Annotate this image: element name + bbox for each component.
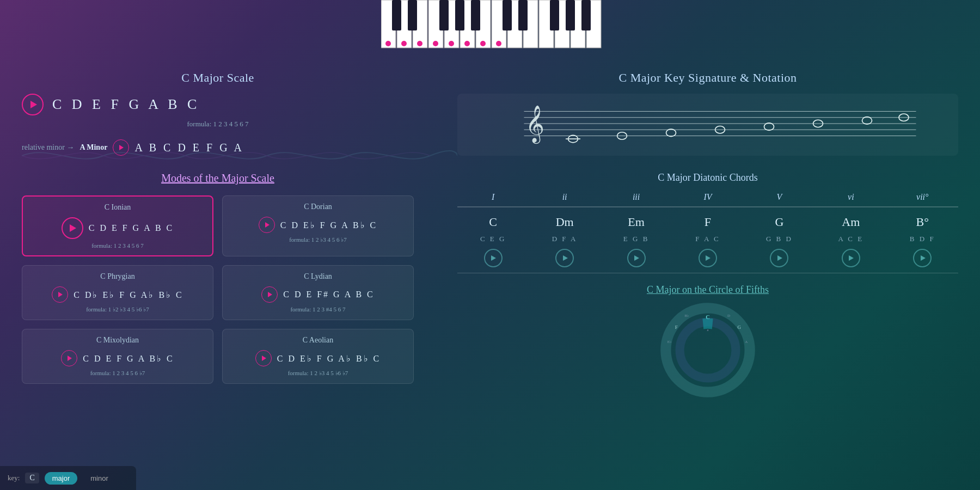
chord-numeral-0: I <box>471 192 515 202</box>
mode-formula-5: formula: 1 2 ♭3 4 5 ♭6 ♭7 <box>231 370 405 377</box>
mode-formula-1: formula: 1 2 ♭3 4 5 6 ♭7 <box>231 236 405 243</box>
mode-name-5: C Aeolian <box>231 336 405 345</box>
mode-play-btn-3[interactable] <box>261 286 278 303</box>
svg-rect-19 <box>503 0 512 30</box>
key-value-display: C <box>25 473 39 483</box>
chord-play-btn-3[interactable] <box>699 249 717 267</box>
svg-rect-21 <box>550 0 559 30</box>
mode-notes-4: C D E F G A B♭ C <box>83 353 174 364</box>
svg-point-30 <box>480 41 486 46</box>
svg-rect-20 <box>518 0 528 30</box>
chord-notes-1: D F A <box>543 235 586 243</box>
svg-text:F: F <box>675 324 678 330</box>
svg-rect-14 <box>392 0 401 30</box>
chord-play-btn-5[interactable] <box>842 249 860 267</box>
staff-svg: 𝄞 <box>468 99 947 148</box>
chord-name-row: CDmEmFGAmB° <box>457 210 958 235</box>
chord-notes-5: A C E <box>829 235 873 243</box>
mode-name-1: C Dorian <box>231 203 405 211</box>
scale-section: C Major Scale C D E F G A B C formula: 1… <box>22 71 414 128</box>
chord-numeral-row: IiiiiiIVVvivii° <box>457 192 958 207</box>
chord-play-btn-2[interactable] <box>627 249 646 267</box>
modes-title: Modes of the Major Scale <box>22 172 414 185</box>
svg-text:A: A <box>745 340 748 344</box>
scale-display: C D E F G A B C <box>22 94 414 115</box>
chord-btn-col-1 <box>543 249 586 267</box>
modes-grid: C Ionian C D E F G A B C formula: 1 2 3 … <box>22 195 414 384</box>
mode-card-2[interactable]: C Phrygian C D♭ E♭ F G A♭ B♭ C formula: … <box>22 265 213 320</box>
mode-formula-2: formula: 1 ♭2 ♭3 4 5 ♭6 ♭7 <box>31 306 204 313</box>
svg-text:E♭: E♭ <box>667 340 671 344</box>
chord-name-6: B° <box>901 215 944 229</box>
piano-svg <box>381 0 610 54</box>
chord-play-btn-0[interactable] <box>484 249 503 267</box>
svg-text:D: D <box>727 314 730 318</box>
mode-notes-5: C D E♭ F G A♭ B♭ C <box>277 353 381 364</box>
chord-buttons-row <box>457 249 958 273</box>
mode-card-1[interactable]: C Dorian C D E♭ F G A B♭ C formula: 1 2 … <box>222 195 414 256</box>
mode-name-4: C Mixolydian <box>31 336 204 345</box>
mode-card-5[interactable]: C Aeolian C D E♭ F G A♭ B♭ C formula: 1 … <box>222 329 414 384</box>
bottom-bar: key: C major minor <box>0 466 136 490</box>
chord-btn-col-3 <box>686 249 730 267</box>
chord-numeral-2: iii <box>615 192 658 202</box>
svg-point-41 <box>666 129 676 137</box>
relative-minor-notes: A B C D E F G A <box>134 142 244 154</box>
chord-notes-4: G B D <box>757 235 801 243</box>
svg-rect-17 <box>455 0 464 30</box>
svg-point-27 <box>433 41 438 46</box>
chord-name-3: F <box>686 215 730 229</box>
play-relative-minor-button[interactable] <box>113 139 129 156</box>
svg-text:B♭: B♭ <box>685 314 689 318</box>
chord-name-0: C <box>471 215 515 229</box>
circle-svg: G F C a D B♭ A E♭ <box>632 301 784 399</box>
chord-notes-3: F A C <box>686 235 730 243</box>
scale-formula: formula: 1 2 3 4 5 6 7 <box>22 120 414 128</box>
svg-point-26 <box>417 41 422 46</box>
svg-point-28 <box>449 41 454 46</box>
mode-play-btn-2[interactable] <box>52 286 68 303</box>
chord-name-1: Dm <box>543 215 586 229</box>
svg-rect-18 <box>471 0 480 30</box>
chord-notes-6: B D F <box>901 235 944 243</box>
relative-minor-key: A Minor <box>79 143 107 152</box>
mode-scale-row-3: C D E F# G A B C <box>231 286 405 303</box>
key-label-text: key: <box>8 474 20 482</box>
chord-btn-col-6 <box>901 249 944 267</box>
play-scale-button[interactable] <box>22 94 44 115</box>
mode-formula-0: formula: 1 2 3 4 5 6 7 <box>32 242 204 249</box>
chord-btn-col-5 <box>829 249 873 267</box>
svg-rect-23 <box>581 0 591 30</box>
left-panel: C Major Scale C D E F G A B C formula: 1… <box>0 60 436 490</box>
mode-play-btn-1[interactable] <box>259 217 275 233</box>
chord-play-btn-1[interactable] <box>555 249 574 267</box>
mode-scale-row-1: C D E♭ F G A B♭ C <box>231 217 405 233</box>
mode-play-btn-4[interactable] <box>61 350 77 366</box>
chord-play-btn-4[interactable] <box>770 249 788 267</box>
mode-card-3[interactable]: C Lydian C D E F# G A B C formula: 1 2 3… <box>222 265 414 320</box>
mode-name-0: C Ionian <box>32 203 204 212</box>
diatonic-chords-title: C Major Diatonic Chords <box>457 172 958 183</box>
mode-notes-2: C D♭ E♭ F G A♭ B♭ C <box>74 290 183 300</box>
chord-btn-col-0 <box>471 249 515 267</box>
circle-section: C Major on the Circle of Fifths G F C a <box>457 284 958 399</box>
svg-text:a: a <box>707 328 709 332</box>
circle-title: C Major on the Circle of Fifths <box>457 284 958 296</box>
chord-numeral-6: vii° <box>901 192 944 202</box>
svg-rect-16 <box>439 0 449 30</box>
chord-numeral-5: vi <box>829 192 873 202</box>
major-mode-button[interactable]: major <box>45 472 78 485</box>
chord-name-5: Am <box>829 215 873 229</box>
chord-notes-0: C E G <box>471 235 515 243</box>
chord-numeral-1: ii <box>543 192 586 202</box>
mode-play-btn-0[interactable] <box>62 217 83 239</box>
chord-play-btn-6[interactable] <box>913 249 932 267</box>
minor-mode-button[interactable]: minor <box>83 472 116 485</box>
mode-card-4[interactable]: C Mixolydian C D E F G A B♭ C formula: 1… <box>22 329 213 384</box>
mode-card-0[interactable]: C Ionian C D E F G A B C formula: 1 2 3 … <box>22 195 213 256</box>
right-panel: C Major Key Signature & Notation 𝄞 <box>436 60 980 490</box>
mode-play-btn-5[interactable] <box>255 350 272 366</box>
chord-numeral-3: IV <box>686 192 730 202</box>
mode-scale-row-5: C D E♭ F G A♭ B♭ C <box>231 350 405 366</box>
scale-title: C Major Scale <box>22 71 414 85</box>
